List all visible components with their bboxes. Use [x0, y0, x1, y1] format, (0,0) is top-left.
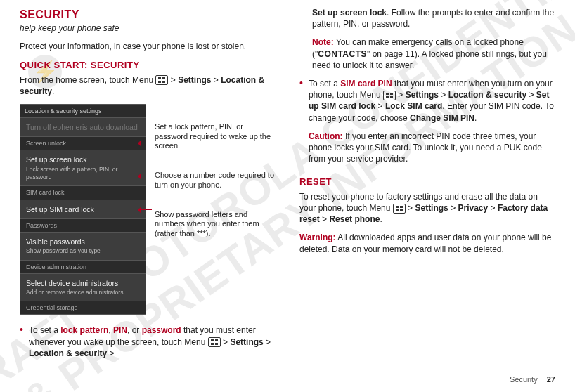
menu-icon: [393, 204, 406, 214]
page-footer: Security 27: [510, 374, 555, 385]
phone-row-screen-lock: Set up screen lock Lock screen with a pa…: [20, 150, 146, 185]
continued-paragraph: Set up screen lock. Follow the prompts t…: [299, 7, 555, 30]
svg-rect-5: [215, 339, 218, 341]
svg-rect-4: [211, 339, 214, 341]
warning-paragraph: Warning: All downloaded apps and user da…: [299, 232, 555, 254]
reset-heading: RESET: [299, 176, 555, 188]
svg-rect-13: [400, 206, 403, 208]
menu-icon: [155, 75, 168, 85]
svg-rect-3: [162, 81, 165, 83]
phone-section-header: Credential storage: [20, 301, 146, 314]
callout-text: Show password letters and numbers when y…: [155, 210, 276, 239]
svg-rect-14: [396, 209, 399, 211]
phone-section-header: SIM card lock: [20, 185, 146, 199]
footer-section: Security: [510, 375, 538, 384]
bullet-item: • To set a SIM card PIN that you must en…: [299, 78, 555, 171]
phone-section-header: Passwords: [20, 218, 146, 232]
section-tagline: help keep your phone safe: [20, 22, 276, 34]
reset-body: To reset your phone to factory settings …: [299, 191, 555, 226]
quick-start-body: From the home screen, touch Menu > Setti…: [20, 74, 276, 97]
svg-rect-10: [386, 96, 389, 98]
caution-paragraph: Caution: If you enter an incorrect PIN c…: [309, 131, 555, 165]
phone-section-header: Screen unlock: [20, 136, 146, 150]
callout-arrow-icon: [138, 176, 152, 176]
phone-section-header: Device administration: [20, 260, 146, 273]
section-title: SECURITY: [20, 7, 276, 22]
phone-row-admin: Select device administrators Add or remo…: [20, 273, 146, 301]
bullet-dot-icon: •: [20, 325, 23, 359]
svg-rect-2: [158, 81, 161, 83]
right-column: Set up screen lock. Follow the prompts t…: [299, 7, 555, 359]
svg-rect-15: [400, 209, 403, 211]
svg-rect-0: [158, 77, 161, 79]
quick-start-heading: QUICK START: SECURITY: [20, 59, 276, 72]
callout-arrow-icon: [138, 209, 152, 210]
callouts: Set a lock pattern, PIN, or password req…: [155, 104, 276, 239]
bullet-item: • To set a lock pattern, PIN, or passwor…: [20, 325, 276, 359]
page-number: 27: [547, 375, 555, 384]
menu-icon: [383, 91, 396, 100]
svg-rect-1: [162, 77, 165, 79]
callout-text: Set a lock pattern, PIN, or password req…: [155, 122, 276, 151]
phone-titlebar: Location & security settings: [20, 105, 146, 117]
left-column: SECURITY help keep your phone safe Prote…: [20, 7, 276, 359]
svg-rect-8: [386, 93, 389, 95]
svg-rect-12: [396, 206, 399, 208]
intro-paragraph: Protect your information, in case your p…: [20, 41, 276, 52]
menu-icon: [208, 337, 221, 347]
phone-row: Turn off ephemeris auto download: [20, 117, 146, 136]
phone-figure: Location & security settings Turn off ep…: [20, 104, 276, 315]
svg-rect-7: [215, 343, 218, 345]
note-paragraph: Note: You can make emergency calls on a …: [299, 37, 555, 71]
svg-rect-6: [211, 343, 214, 345]
bullet-dot-icon: •: [299, 78, 303, 171]
phone-row-visible-pw: Visible passwords Show password as you t…: [20, 232, 146, 260]
callout-arrow-icon: [138, 143, 152, 143]
phone-screenshot: Location & security settings Turn off ep…: [20, 104, 146, 315]
svg-rect-11: [390, 96, 393, 98]
phone-row-sim-lock: Set up SIM card lock: [20, 200, 146, 218]
callout-text: Choose a number code required to turn on…: [155, 171, 276, 190]
svg-rect-9: [390, 93, 393, 95]
